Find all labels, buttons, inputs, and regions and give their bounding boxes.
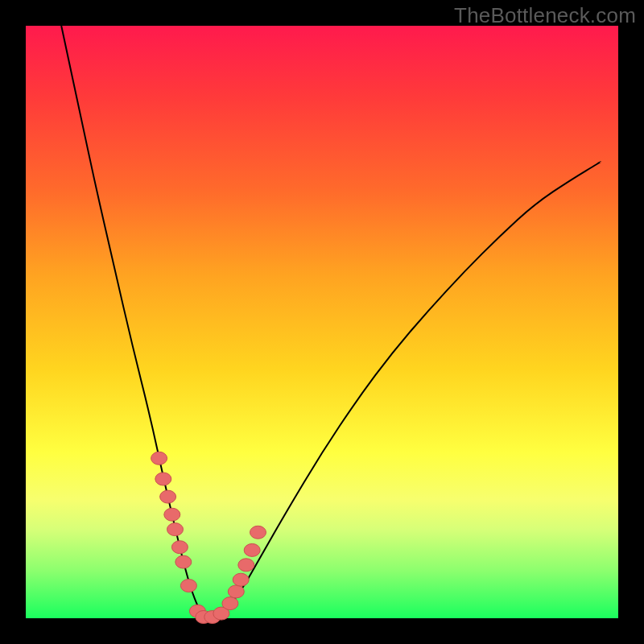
curve-marker bbox=[171, 541, 188, 554]
watermark-text: TheBottleneck.com bbox=[454, 3, 636, 28]
curve-marker bbox=[222, 597, 238, 610]
curve-marker bbox=[238, 559, 254, 572]
curve-marker bbox=[155, 473, 171, 485]
curve-marker bbox=[233, 573, 249, 586]
chart-frame: TheBottleneck.com bbox=[0, 0, 644, 644]
curve-marker bbox=[160, 490, 176, 503]
curve-marker bbox=[167, 523, 184, 536]
chart-svg bbox=[26, 26, 618, 618]
curve-marker bbox=[228, 585, 244, 598]
curve-marker bbox=[164, 508, 180, 521]
curve-marker bbox=[250, 526, 266, 539]
bottleneck-curve bbox=[61, 26, 601, 618]
curve-markers bbox=[151, 452, 266, 623]
plot-area bbox=[26, 26, 618, 618]
curve-marker bbox=[244, 543, 260, 556]
curve-marker bbox=[180, 580, 196, 592]
curve-marker bbox=[175, 555, 192, 568]
curve-marker bbox=[151, 452, 167, 464]
